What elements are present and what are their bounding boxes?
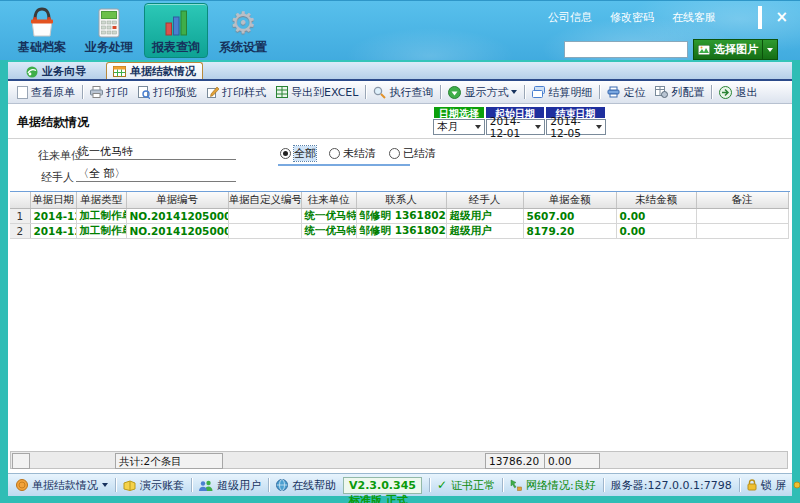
toolbar-separator [524,85,525,99]
col-header-custom-number[interactable]: 单据自定义编号 [228,192,301,209]
settlement-detail-button[interactable]: 结算明细 [527,83,597,101]
results-grid: 单据日期 单据类型 单据编号 单据自定义编号 往来单位 联系人 经手人 单据金额… [10,191,790,473]
col-header-contact[interactable]: 联系人 [356,192,446,209]
statusbar-online-help[interactable]: 在线帮助 [276,478,336,493]
export-excel-button[interactable]: 导出到EXCEL [271,83,363,101]
exit-button[interactable]: 退出 [714,83,762,101]
start-date-select[interactable]: 2014-12-01 [486,119,546,135]
main-nav: 基础档案 业务处理 [10,3,275,58]
display-mode-button[interactable]: 显示方式 [443,83,522,101]
online-service-link[interactable]: 在线客服 [672,10,716,25]
print-preview-button[interactable]: 打印预览 [133,83,202,101]
print-style-icon [207,86,219,98]
statusbar-account-set[interactable]: 演示账套 [123,478,184,493]
excel-export-icon [276,86,288,98]
column-config-button[interactable]: 列配置 [650,83,709,101]
key-icon [793,480,800,490]
radio-all[interactable]: 全部 [280,146,316,161]
col-header-number[interactable]: 单据编号 [126,192,228,209]
select-image-button[interactable]: 选择图片 [693,39,778,60]
titlebar-links: 公司信息 修改密码 在线客服 [548,10,716,25]
col-header-handler[interactable]: 经手人 [446,192,523,209]
display-mode-icon [448,86,461,99]
tab-settlement-status[interactable]: 单据结款情况 [106,62,203,79]
table-cell [696,209,788,224]
chevron-down-icon [475,125,481,129]
handler-input[interactable] [76,167,236,182]
toolbar-separator [440,85,441,99]
coin-icon [16,479,28,491]
col-header-partner[interactable]: 往来单位 [301,192,356,209]
totals-stub-cell [12,453,30,469]
users-icon [199,480,213,491]
switch-user-button[interactable]: 切换用户 [793,478,800,493]
view-original-button[interactable]: 查看原单 [12,83,80,101]
network-status: 网络情况:良好 [510,478,596,493]
toolbar-separator [599,85,600,99]
date-select-header: 日期选择 [433,106,485,119]
nav-label: 系统设置 [219,41,267,54]
company-info-link[interactable]: 公司信息 [548,10,592,25]
maximize-button[interactable] [758,8,762,27]
print-button[interactable]: 打印 [85,83,133,101]
chevron-down-icon [102,483,108,487]
table-cell: 2014-12- [30,224,76,239]
close-button[interactable]: × [775,11,788,24]
image-picker-row: 选择图片 [564,39,778,60]
radio-unsettled[interactable]: 未结清 [329,146,376,161]
statusbar-separator [268,478,269,492]
statusbar-separator [115,478,116,492]
nav-label: 基础档案 [18,41,66,54]
tab-business-wizard[interactable]: 业务向导 [20,64,92,79]
table-row[interactable]: 22014-12-加工制作单NO.201412050002统一优马特邹修明 13… [10,224,788,239]
table-cell: 加工制作单 [76,209,126,224]
lock-screen-button[interactable]: 锁 屏 [747,478,787,493]
table-row[interactable]: 12014-12-加工制作单NO.201412050001统一优马特邹修明 13… [10,209,788,224]
filter-row: 往来单位 经手人 全部 未结清 已结清 [8,139,792,191]
nav-item-basic-files[interactable]: 基础档案 [10,3,74,58]
totals-amount: 13786.20 [485,453,545,469]
col-header-unsettled[interactable]: 未结金额 [616,192,696,209]
statusbar-report-menu[interactable]: 单据结款情况 [16,478,108,493]
run-query-button[interactable]: 执行查询 [368,83,438,101]
nav-item-business[interactable]: 业务处理 [77,3,141,58]
select-image-dropdown[interactable] [762,40,773,59]
version-badge: V2.3.0.345标准版 正式版 [343,477,422,494]
gear-icon: ⚙ [230,4,257,41]
statusbar-separator [429,478,430,492]
table-cell [696,224,788,239]
exit-icon [719,86,732,99]
title-row: 单据结款情况 日期选择 起始日期 结束日期 本月 2014-12-01 [8,104,792,139]
col-header-amount[interactable]: 单据金额 [523,192,616,209]
nav-item-reports[interactable]: 报表查询 [144,3,208,58]
titlebar: 基础档案 业务处理 [0,0,800,60]
app-window: 基础档案 业务处理 [0,0,800,503]
col-header-date[interactable]: 单据日期 [30,192,76,209]
print-style-button[interactable]: 打印样式 [202,83,271,101]
chevron-down-icon [511,90,517,94]
certificate-check-icon: ✓ [437,478,447,492]
handler-label: 经手人 [41,170,74,185]
statusbar-current-user[interactable]: 超级用户 [199,478,261,493]
radio-settled[interactable]: 已结清 [389,146,436,161]
end-date-select[interactable]: 2014-12-05 [546,119,606,135]
change-password-link[interactable]: 修改密码 [610,10,654,25]
statusbar-separator [502,478,503,492]
search-icon [373,86,386,99]
date-filter-combos: 本月 2014-12-01 2014-12-05 [433,119,606,135]
radio-icon [280,148,291,159]
nav-item-settings[interactable]: ⚙ 系统设置 [211,3,275,58]
period-select[interactable]: 本月 [433,119,485,135]
view-original-icon [17,86,28,99]
locate-button[interactable]: 定位 [602,83,650,101]
col-header-rownum [10,192,30,209]
settle-status-radio-group: 全部 未结清 已结清 [280,146,436,161]
calculator-icon [95,4,123,41]
table-cell: 0.00 [616,209,696,224]
partner-input[interactable] [76,145,236,160]
col-header-remark[interactable]: 备注 [696,192,788,209]
image-path-input[interactable] [564,41,688,58]
col-header-type[interactable]: 单据类型 [76,192,126,209]
statusbar-separator [739,478,740,492]
table-icon [113,66,126,77]
